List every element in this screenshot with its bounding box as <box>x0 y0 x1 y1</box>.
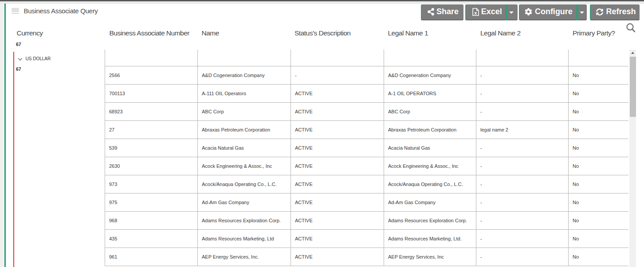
svg-text:x: x <box>474 10 477 15</box>
